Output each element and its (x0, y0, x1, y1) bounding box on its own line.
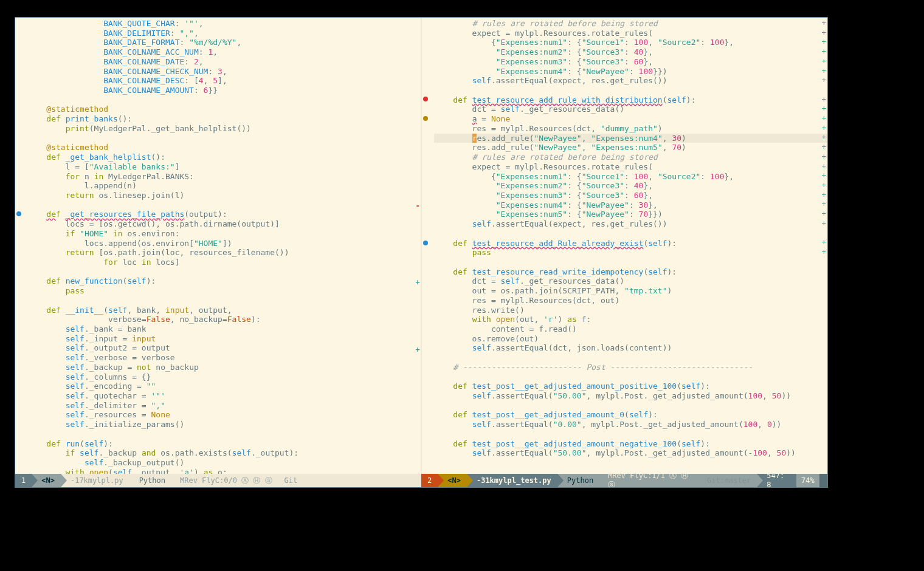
editor-frame: BANK_QUOTE_CHAR: '"', BANK_DELIMITER: ",… (15, 17, 828, 488)
modeline-left[interactable]: 1 <N> - 17k mylpl.py Python MRev FlyC:0/… (15, 474, 421, 487)
bookmark-icon (423, 241, 428, 245)
window-number: 2 (421, 474, 438, 487)
window-number: 1 (15, 474, 32, 487)
scroll-percent: 74% (796, 474, 819, 487)
buffer-name[interactable]: - 17k mylpl.py (61, 474, 129, 487)
major-mode[interactable]: Python (557, 474, 599, 487)
git-branch: Git (278, 474, 304, 487)
diff-removed-icon: - (415, 202, 421, 211)
cursor-position: 547: 8 (757, 474, 796, 487)
right-gutter (422, 18, 430, 474)
right-pane[interactable]: # rules are rotated before being stored … (422, 18, 827, 474)
left-pane[interactable]: BANK_QUOTE_CHAR: '"', BANK_DELIMITER: ",… (15, 18, 422, 474)
error-icon (423, 97, 428, 101)
warning-icon (423, 116, 428, 121)
git-branch: Git:master (701, 474, 757, 487)
minor-modes: MRev FlyC:0/0 Ⓐ Ⓗ ⓢ (171, 474, 278, 487)
buffer-name[interactable]: - 31k mylpl_test.py (467, 474, 557, 487)
right-code[interactable]: # rules are rotated before being stored … (422, 18, 827, 458)
modeline: 1 <N> - 17k mylpl.py Python MRev FlyC:0/… (15, 474, 827, 487)
minor-modes: MRev FlyC:1/1 Ⓐ Ⓗ ⓢ (599, 474, 701, 487)
split-panes: BANK_QUOTE_CHAR: '"', BANK_DELIMITER: ",… (15, 18, 827, 474)
diff-added-icon: + (415, 346, 421, 355)
scroll-indicator (819, 474, 827, 487)
modeline-right[interactable]: 2 <N> - 31k mylpl_test.py Python MRev Fl… (421, 474, 827, 487)
bookmark-icon (16, 211, 21, 216)
diff-added-column: +++++++++++++++++++++++ (822, 19, 826, 258)
major-mode[interactable]: Python (129, 474, 171, 487)
left-gutter (15, 18, 24, 474)
left-code[interactable]: BANK_QUOTE_CHAR: '"', BANK_DELIMITER: ",… (15, 18, 421, 474)
diff-added-icon: + (415, 278, 421, 287)
